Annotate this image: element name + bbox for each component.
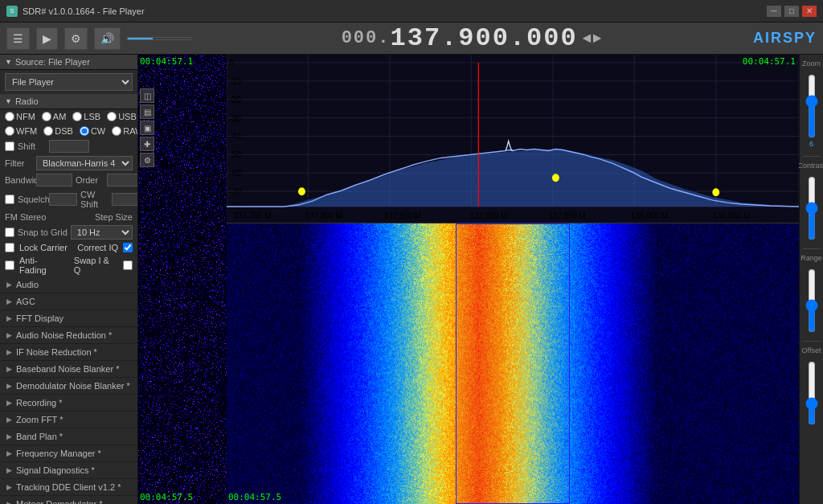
range-slider-block [806, 268, 817, 333]
contrast-slider[interactable] [806, 176, 817, 240]
plugin-item[interactable]: ▶AGC [0, 293, 137, 310]
source-header[interactable]: ▼ Source: File Player [0, 55, 137, 70]
filter-label: Filter [5, 158, 33, 168]
plugin-item[interactable]: ▶Audio Noise Reduction * [0, 327, 137, 344]
svg-text:138,050 M: 138,050 M [713, 211, 750, 221]
usb-option[interactable]: USB [107, 112, 137, 121]
svg-text:-40: -40 [230, 132, 241, 141]
step-size-label: Step Size [95, 212, 133, 222]
bandwidth-label: Bandwidth [5, 175, 33, 185]
plugin-label: Zoom FFT * [16, 415, 63, 424]
plugin-label: FFT Display [16, 313, 63, 323]
cw-option[interactable]: CW [80, 126, 105, 136]
swap-iq-label: Swap I & Q [74, 256, 118, 275]
plugin-item[interactable]: ▶Signal Diagnostics * [0, 462, 137, 479]
offset-slider[interactable] [806, 361, 817, 425]
main-display: 0 -10 -20 -30 -40 -50 -60 -70 -80 137,75… [227, 55, 799, 504]
right-sliders: Zoom 6 Contrast Range Offset [799, 55, 823, 504]
plugin-item[interactable]: ▶Frequency Manager * [0, 445, 137, 462]
swap-iq-checkbox[interactable] [123, 260, 133, 270]
wfm-option[interactable]: WFM [5, 126, 37, 136]
plugin-label: IF Noise Reduction * [16, 347, 97, 357]
zoom-value: 6 [809, 140, 813, 148]
display-btn-5[interactable]: ⚙ [140, 153, 154, 167]
snap-select[interactable]: 10 Hz [71, 225, 133, 240]
frequency-display: 000.137.900.000 ◄► [198, 23, 747, 53]
display-btn-3[interactable]: ▣ [140, 121, 154, 135]
range-slider[interactable] [806, 268, 817, 333]
menu-button[interactable]: ☰ [6, 27, 30, 50]
squelch-input[interactable]: 50 [49, 193, 77, 206]
plugin-arrow-icon: ▶ [6, 399, 12, 407]
plugin-item[interactable]: ▶Audio [0, 277, 137, 293]
plugin-item[interactable]: ▶FFT Display [0, 310, 137, 327]
bandwidth-order-row: Bandwidth 340 Order 1.000 [0, 172, 137, 188]
waterfall-canvas [227, 223, 799, 504]
plugin-item[interactable]: ▶Baseband Noise Blanker * [0, 361, 137, 378]
plugin-arrow-icon: ▶ [6, 281, 12, 289]
settings-button[interactable]: ⚙ [64, 27, 88, 50]
freq-prefix: 000. [342, 28, 391, 48]
squelch-checkbox[interactable] [5, 195, 14, 204]
plugin-item[interactable]: ▶Meteor Demodulator * [0, 496, 137, 504]
plugin-item[interactable]: ▶Demodulator Noise Blanker * [0, 378, 137, 395]
timestamp-bottom: 00:04:57.5 [140, 492, 193, 502]
snap-label: Snap to Grid [18, 227, 68, 237]
plugin-list: ▶Audio▶AGC▶FFT Display▶Audio Noise Reduc… [0, 277, 137, 504]
close-button[interactable]: ✕ [802, 6, 817, 17]
offset-label: Offset [802, 345, 821, 356]
svg-text:137,850 M: 137,850 M [384, 211, 421, 221]
audio-button[interactable]: 🔊 [94, 27, 121, 50]
cw-shift-input[interactable]: 1.000 [112, 193, 138, 206]
minimize-button[interactable]: ─ [767, 6, 781, 17]
plugin-item[interactable]: ▶Band Plan * [0, 428, 137, 445]
display-btn-1[interactable]: ◫ [140, 88, 154, 103]
plugin-item[interactable]: ▶Recording * [0, 395, 137, 412]
raw-option[interactable]: RAW [112, 126, 138, 136]
radio-header[interactable]: ▼ Radio [0, 94, 137, 109]
anti-fading-label: Anti-Fading [19, 256, 64, 275]
bandwidth-input[interactable]: 340 [36, 174, 72, 186]
freq-arrows[interactable]: ◄► [583, 31, 604, 47]
svg-text:-60: -60 [230, 169, 241, 178]
shift-input[interactable]: 0 [49, 140, 89, 153]
titlebar-left: S SDR# v1.0.0.1664 - File Player [6, 6, 145, 17]
plugin-arrow-icon: ▶ [6, 449, 12, 457]
plugin-arrow-icon: ▶ [6, 500, 12, 504]
anti-fading-checkbox[interactable] [5, 260, 14, 270]
plugin-label: Tracking DDE Client v1.2 * [16, 482, 121, 492]
am-option[interactable]: AM [42, 112, 67, 121]
svg-text:0: 0 [230, 58, 235, 68]
shift-checkbox[interactable] [5, 141, 14, 151]
plugin-label: Baseband Noise Blanker * [16, 364, 119, 374]
source-header-label: Source: File Player [15, 57, 90, 67]
order-input[interactable]: 1.000 [107, 174, 138, 186]
correct-iq-checkbox[interactable] [123, 243, 133, 252]
dsb-option[interactable]: DSB [43, 126, 73, 136]
fm-step-row: FM Stereo Step Size [0, 211, 137, 223]
lsb-option[interactable]: LSB [72, 112, 100, 121]
plugin-item[interactable]: ▶Tracking DDE Client v1.2 * [0, 479, 137, 496]
shift-row: Shift 0 [0, 138, 137, 154]
filter-select[interactable]: Blackman-Harris 4 [36, 156, 133, 170]
zoom-slider[interactable] [806, 74, 817, 138]
display-btn-2[interactable]: ▤ [140, 104, 154, 119]
lock-carrier-label: Lock Carrier [19, 243, 68, 252]
spectrum-waterfall-area: 00:04:57.1 00:04:57.5 ◫ ▤ ▣ ✚ ⚙ [138, 55, 823, 504]
maximize-button[interactable]: □ [784, 6, 799, 17]
display-btn-4[interactable]: ✚ [140, 137, 154, 151]
plugin-label: Audio [16, 280, 39, 289]
lock-carrier-checkbox[interactable] [5, 243, 14, 252]
radio-header-label: Radio [15, 96, 39, 106]
plugin-item[interactable]: ▶Zoom FFT * [0, 412, 137, 428]
play-button[interactable]: ▶ [36, 27, 58, 50]
nfm-option[interactable]: NFM [5, 112, 35, 121]
snap-checkbox[interactable] [5, 227, 14, 237]
titlebar: S SDR# v1.0.0.1664 - File Player ─ □ ✕ [0, 0, 823, 23]
source-select[interactable]: File Player [5, 73, 133, 91]
titlebar-controls[interactable]: ─ □ ✕ [767, 6, 817, 17]
plugin-item[interactable]: ▶IF Noise Reduction * [0, 344, 137, 361]
plugin-arrow-icon: ▶ [6, 314, 12, 322]
plugin-arrow-icon: ▶ [6, 331, 12, 339]
plugin-label: Band Plan * [16, 432, 63, 441]
